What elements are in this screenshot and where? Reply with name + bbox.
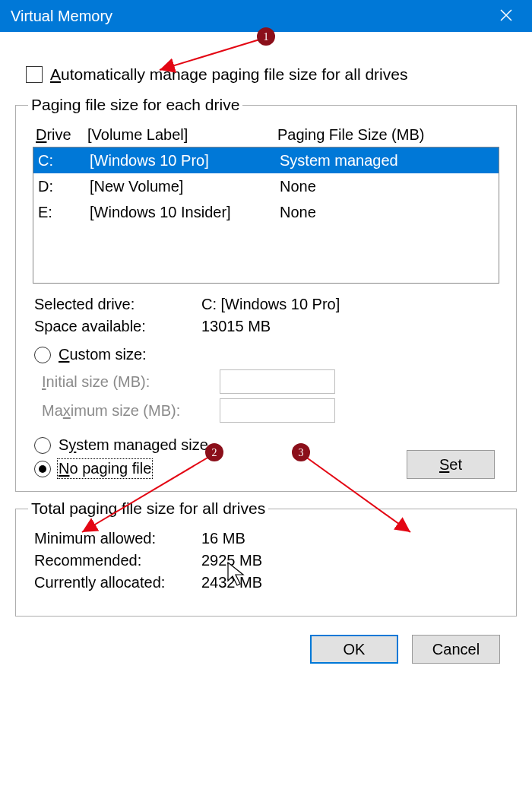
list-item[interactable]: C: [Windows 10 Pro] System managed: [33, 147, 499, 173]
window-title: Virtual Memory: [11, 8, 112, 25]
initial-size-input[interactable]: [220, 369, 335, 394]
drives-legend: Paging file size for each drive: [28, 96, 242, 114]
initial-size-label: Initial size (MB):: [42, 373, 220, 391]
set-button[interactable]: Set: [407, 450, 495, 479]
min-allowed-value: 16 MB: [201, 530, 498, 547]
drives-group: Paging file size for each drive Drive [V…: [15, 96, 517, 492]
close-icon[interactable]: [491, 8, 521, 25]
list-item[interactable]: E: [Windows 10 Insider] None: [33, 199, 499, 225]
maximum-size-input[interactable]: [220, 398, 335, 423]
ok-button[interactable]: OK: [310, 635, 398, 664]
titlebar: Virtual Memory: [0, 0, 532, 32]
drives-header: Drive [Volume Label] Paging File Size (M…: [36, 126, 504, 144]
maximum-size-label: Maximum size (MB):: [42, 402, 220, 420]
auto-manage-label: Automatically manage paging file size fo…: [50, 65, 407, 84]
auto-manage-checkbox[interactable]: [26, 66, 43, 83]
currently-allocated-value: 2432 MB: [201, 574, 498, 591]
totals-group: Total paging file size for all drives Mi…: [15, 499, 517, 617]
no-paging-file-radio[interactable]: [34, 461, 51, 477]
system-managed-radio[interactable]: [34, 437, 51, 454]
currently-allocated-label: Currently allocated:: [34, 574, 201, 591]
totals-legend: Total paging file size for all drives: [28, 499, 268, 518]
no-paging-file-label: No paging file: [59, 460, 151, 477]
custom-size-label: Custom size:: [59, 346, 147, 363]
system-managed-label: System managed size: [59, 436, 208, 454]
space-available-label: Space available:: [34, 318, 201, 335]
space-available-value: 13015 MB: [201, 318, 498, 335]
drives-list[interactable]: C: [Windows 10 Pro] System managed D: [N…: [33, 147, 499, 284]
selected-drive-value: C: [Windows 10 Pro]: [201, 296, 498, 313]
recommended-value: 2925 MB: [201, 552, 498, 569]
cancel-button[interactable]: Cancel: [412, 635, 500, 664]
recommended-label: Recommended:: [34, 552, 201, 569]
min-allowed-label: Minimum allowed:: [34, 530, 201, 547]
selected-drive-label: Selected drive:: [34, 296, 201, 313]
list-item[interactable]: D: [New Volume] None: [33, 173, 499, 199]
custom-size-radio[interactable]: [34, 347, 51, 363]
